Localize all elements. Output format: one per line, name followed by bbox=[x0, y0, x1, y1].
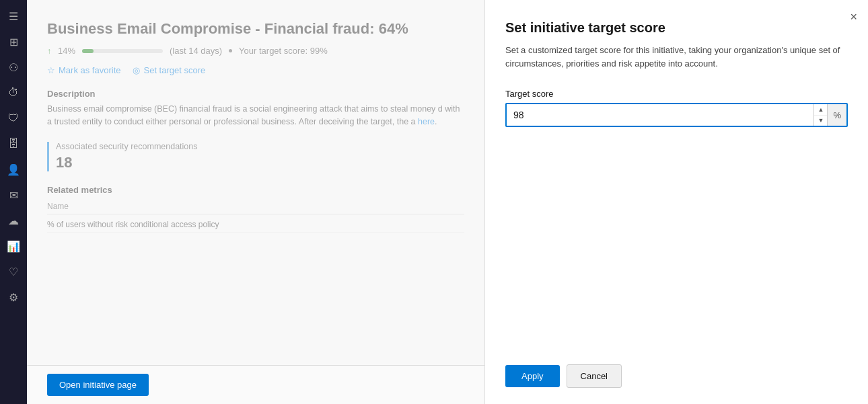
set-target-score-panel: × Set initiative target score Set a cust… bbox=[484, 0, 868, 404]
shield-icon[interactable]: 🛡 bbox=[3, 108, 24, 129]
apply-button[interactable]: Apply bbox=[505, 365, 560, 387]
grid-icon[interactable]: ⊞ bbox=[3, 31, 24, 52]
panel-title: Set initiative target score bbox=[505, 20, 848, 36]
database-icon[interactable]: 🗄 bbox=[3, 133, 24, 155]
cloud-icon[interactable]: ☁ bbox=[3, 210, 24, 231]
clock-icon[interactable]: ⏱ bbox=[3, 82, 24, 104]
people-icon[interactable]: ⚇ bbox=[3, 56, 24, 78]
chart-icon[interactable]: 📊 bbox=[3, 235, 24, 257]
close-button[interactable]: × bbox=[850, 11, 857, 23]
score-spinners: ▲ ▼ bbox=[813, 104, 827, 126]
sidebar: ☰ ⊞ ⚇ ⏱ 🛡 🗄 👤 ✉ ☁ 📊 ♡ ⚙ bbox=[0, 0, 27, 404]
spinner-up-button[interactable]: ▲ bbox=[814, 104, 827, 116]
heart-icon[interactable]: ♡ bbox=[3, 261, 24, 282]
target-score-input-wrapper: ▲ ▼ % bbox=[505, 103, 848, 127]
panel-footer: Apply Cancel bbox=[505, 364, 848, 388]
percent-label: % bbox=[827, 104, 846, 126]
target-score-input[interactable] bbox=[507, 104, 813, 126]
cancel-button[interactable]: Cancel bbox=[567, 364, 622, 388]
open-initiative-button[interactable]: Open initiative page bbox=[47, 374, 149, 396]
bottom-bar: Open initiative page bbox=[27, 365, 484, 404]
settings-icon[interactable]: ⚙ bbox=[3, 286, 24, 308]
overlay bbox=[27, 0, 484, 404]
menu-icon[interactable]: ☰ bbox=[3, 5, 24, 27]
panel-description: Set a customized target score for this i… bbox=[505, 44, 848, 70]
spinner-down-button[interactable]: ▼ bbox=[814, 116, 827, 126]
target-score-label: Target score bbox=[505, 89, 848, 99]
mail-icon[interactable]: ✉ bbox=[3, 184, 24, 206]
user-icon[interactable]: 👤 bbox=[3, 159, 24, 180]
main-content: Business Email Compromise - Financial fr… bbox=[27, 0, 484, 404]
